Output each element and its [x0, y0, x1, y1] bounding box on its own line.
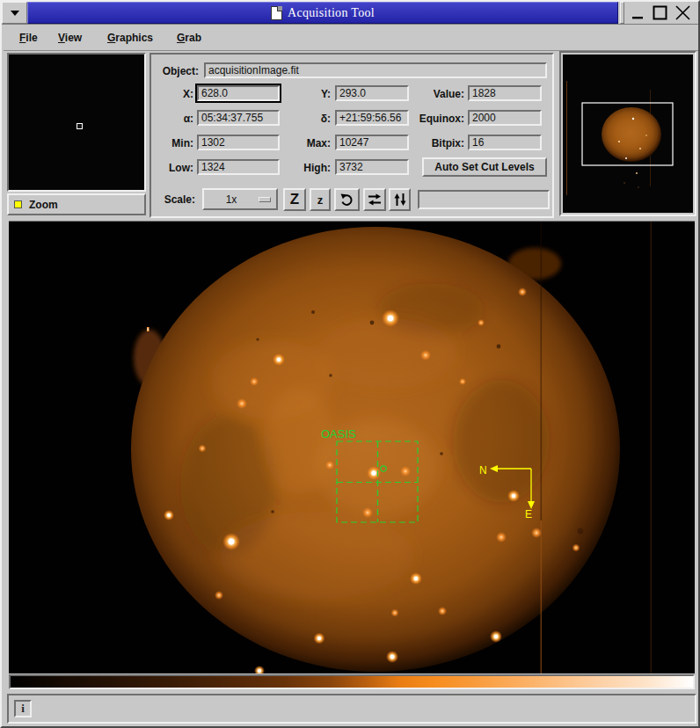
- rotate-icon: [339, 192, 355, 208]
- equinox-label: Equinox:: [405, 113, 464, 125]
- title-bar-blue[interactable]: Acquisition Tool: [27, 2, 618, 24]
- ra-label: α:: [164, 113, 193, 125]
- document-icon: [271, 6, 282, 20]
- image-canvas[interactable]: OASIS N E: [9, 221, 695, 673]
- pan-view[interactable]: [563, 55, 693, 213]
- pan-thumbnail: [566, 81, 661, 195]
- max-label: Max:: [303, 137, 331, 149]
- value-field[interactable]: [468, 85, 542, 101]
- dec-label: δ:: [306, 113, 331, 125]
- oasis-label: OASIS: [321, 427, 356, 440]
- menu-grab[interactable]: Grab: [177, 32, 201, 44]
- zoom-color-swatch: [14, 200, 22, 208]
- zoom-label: Zoom: [29, 199, 58, 211]
- pan-panel: [559, 51, 696, 216]
- compass-north-label: N: [479, 464, 487, 477]
- bitpix-label: Bitpix:: [413, 137, 464, 149]
- image-info-panel: Object: X: Y: Value: α: δ: Equinox: Min:…: [149, 53, 554, 218]
- scale-label: Scale:: [158, 193, 195, 206]
- zoom-cursor-marker: [77, 123, 83, 129]
- close-icon[interactable]: [674, 4, 691, 21]
- colormap-bar[interactable]: [9, 674, 695, 689]
- window-menu-arrow-icon: [11, 11, 19, 16]
- min-field[interactable]: [197, 135, 280, 150]
- bad-column-right: [651, 222, 653, 673]
- high-label: High:: [303, 162, 331, 174]
- scale-option-menu[interactable]: 1x: [202, 188, 278, 210]
- x-label: X:: [164, 88, 193, 100]
- menu-file[interactable]: File: [19, 32, 38, 44]
- rotate-button[interactable]: [334, 188, 360, 211]
- status-bar: i: [7, 694, 696, 724]
- low-label: Low:: [164, 162, 193, 174]
- low-field[interactable]: [197, 159, 280, 175]
- window-menu-button[interactable]: [2, 2, 27, 24]
- bitpix-field[interactable]: [468, 135, 542, 150]
- menu-bar: File View Graphics Grab: [4, 25, 700, 51]
- y-label: Y:: [306, 88, 331, 100]
- flip-x-button[interactable]: [363, 188, 386, 211]
- equinox-field[interactable]: [468, 110, 542, 126]
- menu-view[interactable]: View: [58, 32, 82, 44]
- flip-y-button[interactable]: [389, 188, 411, 211]
- minimize-icon[interactable]: [631, 6, 645, 20]
- compass-east-label: E: [525, 508, 532, 521]
- window-title: Acquisition Tool: [288, 6, 375, 20]
- zoom-out-button[interactable]: z: [310, 188, 331, 211]
- high-field[interactable]: [335, 159, 409, 175]
- y-field[interactable]: [335, 85, 409, 101]
- title-bar: Acquisition Tool: [2, 2, 698, 25]
- ra-field[interactable]: [197, 110, 280, 126]
- max-field[interactable]: [335, 135, 409, 150]
- maximize-icon[interactable]: [653, 5, 667, 20]
- value-label: Value:: [413, 88, 464, 100]
- min-label: Min:: [164, 137, 193, 149]
- zoom-in-button[interactable]: Z: [283, 188, 306, 211]
- flip-x-icon: [367, 192, 383, 207]
- info-icon[interactable]: i: [14, 700, 32, 717]
- acquisition-tool-window: Acquisition Tool File View Graphics Grab…: [0, 0, 700, 728]
- bad-column-glow: [541, 521, 543, 673]
- zoom-caption-bar: Zoom: [7, 193, 146, 215]
- x-field[interactable]: [197, 85, 280, 101]
- scale-value: 1x: [204, 193, 259, 206]
- menu-graphics[interactable]: Graphics: [107, 32, 153, 44]
- flip-y-icon: [392, 192, 408, 207]
- message-field: [418, 190, 550, 209]
- object-label: Object:: [157, 65, 199, 77]
- dec-field[interactable]: [335, 110, 409, 126]
- option-menu-indicator-icon: [259, 197, 271, 202]
- object-field[interactable]: [204, 62, 547, 78]
- auto-set-cut-levels-button[interactable]: Auto Set Cut Levels: [422, 157, 547, 177]
- zoom-view[interactable]: [7, 53, 146, 192]
- zoom-panel: Zoom: [7, 53, 148, 216]
- window-controls: [624, 2, 698, 24]
